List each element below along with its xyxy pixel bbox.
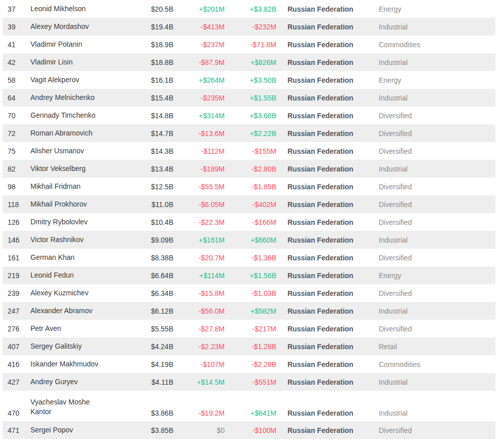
- table-row[interactable]: 82 Viktor Vekselberg $13.4B -$189M -$2.8…: [3, 160, 495, 178]
- rank-cell: 42: [3, 58, 30, 66]
- industry-cell: Diversified: [378, 129, 412, 138]
- net-worth-cell: $9.09B: [106, 236, 173, 244]
- country-cell: Russian Federation: [276, 378, 378, 386]
- table-row[interactable]: 276 Petr Aven $5.55B -$27.8M -$217M Russ…: [3, 320, 495, 337]
- name-cell: German Khan: [30, 253, 106, 263]
- table-row[interactable]: 126 Dmitry Rybolovlev $10.4B -$22.3M -$1…: [3, 213, 495, 231]
- industry-cell: Diversified: [378, 147, 412, 155]
- industry-cell: Diversified: [378, 112, 412, 120]
- country-cell: Russian Federation: [276, 58, 378, 66]
- country-cell: Russian Federation: [276, 41, 378, 49]
- industry-cell: Industrial: [378, 94, 408, 102]
- industry-cell: Retail: [378, 343, 397, 351]
- table-row[interactable]: 75 Alisher Usmanov $14.3B -$112M -$155M …: [3, 142, 495, 160]
- table-row[interactable]: 219 Leonid Fedun $6.64B +$114M +$1.56B R…: [3, 266, 495, 284]
- ytd-change-cell: -$2.80B: [225, 165, 276, 173]
- daily-change-cell: +$161M: [173, 236, 225, 244]
- name-cell: Vladimir Lisin: [30, 57, 106, 67]
- rank-cell: 126: [3, 218, 30, 226]
- table-row[interactable]: 98 Mikhail Fridman $12.5B -$55.5M -$1.85…: [3, 178, 495, 195]
- table-row[interactable]: 471 Sergei Popov $3.85B $0 -$100M Russia…: [3, 421, 495, 439]
- ytd-change-cell: +$3.82B: [225, 5, 276, 13]
- country-cell: Russian Federation: [276, 5, 378, 13]
- country-cell: Russian Federation: [276, 254, 378, 262]
- daily-change-cell: +$14.5M: [173, 378, 225, 386]
- ytd-change-cell: -$2.28B: [225, 360, 276, 368]
- name-cell: Leonid Fedun: [30, 271, 106, 281]
- industry-cell: Diversified: [378, 426, 412, 434]
- net-worth-cell: $5.55B: [106, 325, 173, 333]
- daily-change-cell: +$264M: [173, 76, 225, 84]
- net-worth-cell: $6.34B: [106, 289, 173, 297]
- table-row[interactable]: 416 Iskander Makhmudov $4.19B -$107M -$2…: [3, 355, 495, 373]
- daily-change-cell: $0: [173, 426, 225, 434]
- country-cell: Russian Federation: [276, 360, 378, 368]
- rank-cell: 471: [3, 426, 30, 434]
- table-row[interactable]: 72 Roman Abramovich $14.7B -$13.6M +$2.2…: [3, 124, 495, 142]
- rank-cell: 276: [3, 325, 30, 333]
- table-row[interactable]: 427 Andrey Guryev $4.11B +$14.5M -$551M …: [3, 373, 495, 391]
- table-row[interactable]: 118 Mikhail Prokhorov $11.0B -$6.05M -$4…: [3, 195, 495, 213]
- table-row[interactable]: 247 Alexander Abramov $6.12B -$56.0M +$5…: [3, 302, 495, 320]
- country-cell: Russian Federation: [276, 165, 378, 173]
- table-row[interactable]: 470 Vyacheslav Moshe Kantor $3.86B -$19.…: [3, 391, 495, 421]
- name-cell: Andrey Melnichenko: [30, 93, 106, 103]
- table-row[interactable]: 58 Vagit Alekperov $16.1B +$264M +$3.50B…: [3, 71, 495, 89]
- industry-cell: Diversified: [378, 325, 412, 333]
- name-cell: Vladimir Potanin: [30, 40, 106, 50]
- table-row[interactable]: 146 Victor Rashnikov $9.09B +$161M +$660…: [3, 231, 495, 249]
- table-row[interactable]: 70 Gennady Timchenko $14.8B +$314M +$3.6…: [3, 107, 495, 124]
- table-row[interactable]: 42 Vladimir Lisin $18.8B -$87.9M +$826M …: [3, 53, 495, 71]
- country-cell: Russian Federation: [276, 325, 378, 333]
- rank-cell: 70: [3, 112, 30, 120]
- net-worth-cell: $19.4B: [106, 23, 173, 31]
- country-cell: Russian Federation: [276, 426, 378, 434]
- rank-cell: 416: [3, 360, 30, 368]
- country-cell: Russian Federation: [276, 307, 378, 315]
- name-cell: Mikhail Prokhorov: [30, 199, 106, 210]
- table-row[interactable]: 39 Alexey Mordashov $19.4B -$413M -$232M…: [3, 18, 495, 36]
- net-worth-cell: $3.85B: [106, 426, 173, 434]
- net-worth-cell: $4.11B: [106, 378, 173, 386]
- table-row[interactable]: 161 German Khan $8.38B -$20.7M -$1.36B R…: [3, 249, 495, 266]
- country-cell: Russian Federation: [276, 218, 378, 226]
- table-row[interactable]: 37 Leonid Mikhelson $20.5B +$201M +$3.82…: [3, 0, 495, 18]
- ytd-change-cell: +$826M: [225, 58, 276, 66]
- country-cell: Russian Federation: [276, 94, 378, 102]
- industry-cell: Diversified: [378, 200, 412, 209]
- ytd-change-cell: -$166M: [225, 218, 276, 226]
- table-row[interactable]: 407 Sergey Galitskiy $4.24B -$2.23M -$1.…: [3, 337, 495, 355]
- daily-change-cell: -$413M: [173, 23, 225, 31]
- table-row[interactable]: 239 Alexey Kuzmichev $6.34B -$15.8M -$1.…: [3, 284, 495, 302]
- country-cell: Russian Federation: [276, 200, 378, 209]
- name-cell: Viktor Vekselberg: [30, 164, 106, 174]
- rank-cell: 470: [3, 409, 30, 417]
- rank-cell: 427: [3, 378, 30, 386]
- ytd-change-cell: +$582M: [225, 307, 276, 315]
- name-cell: Alexey Mordashov: [30, 22, 106, 32]
- name-cell: Sergei Popov: [30, 425, 106, 435]
- industry-cell: Energy: [378, 5, 401, 13]
- name-cell: Alisher Usmanov: [30, 146, 106, 156]
- ytd-change-cell: -$71.8M: [225, 41, 276, 49]
- industry-cell: Commodities: [378, 360, 420, 368]
- daily-change-cell: -$112M: [173, 147, 225, 155]
- ytd-change-cell: -$1.28B: [225, 343, 276, 351]
- industry-cell: Energy: [378, 76, 401, 84]
- country-cell: Russian Federation: [276, 236, 378, 244]
- name-cell: Vagit Alekperov: [30, 75, 106, 85]
- table-row[interactable]: 64 Andrey Melnichenko $15.4B -$235M +$1.…: [3, 89, 495, 107]
- ytd-change-cell: -$402M: [225, 200, 276, 209]
- ytd-change-cell: +$1.56B: [225, 272, 276, 280]
- net-worth-cell: $20.5B: [106, 5, 173, 13]
- industry-cell: Diversified: [378, 183, 412, 191]
- daily-change-cell: -$235M: [173, 94, 225, 102]
- name-cell: Dmitry Rybolovlev: [30, 217, 106, 227]
- country-cell: Russian Federation: [276, 409, 378, 417]
- ytd-change-cell: -$551M: [225, 378, 276, 386]
- net-worth-cell: $13.4B: [106, 165, 173, 173]
- table-row[interactable]: 41 Vladimir Potanin $18.9B -$237M -$71.8…: [3, 36, 495, 53]
- net-worth-cell: $18.9B: [106, 41, 173, 49]
- daily-change-cell: +$114M: [173, 272, 225, 280]
- net-worth-cell: $4.24B: [106, 343, 173, 351]
